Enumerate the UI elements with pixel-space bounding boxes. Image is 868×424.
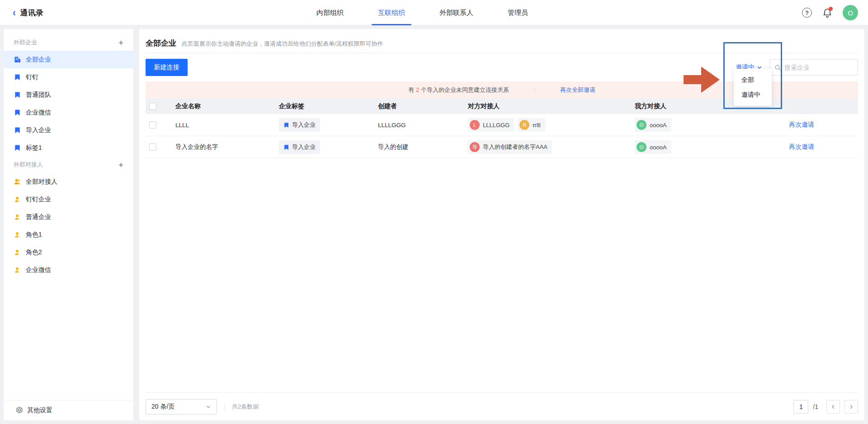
person-icon (14, 248, 21, 256)
help-icon[interactable]: ? (802, 8, 812, 18)
other-settings-button[interactable]: 其他设置 (4, 400, 133, 420)
company-tag-chip: 导入企业 (279, 118, 320, 132)
prev-page-button[interactable] (826, 400, 840, 414)
sidebar-item-label: 钉钉企业 (26, 195, 51, 204)
new-connection-button[interactable]: 新建连接 (146, 59, 188, 76)
reinvite-link[interactable]: 再次邀请 (789, 121, 814, 128)
contact-avatar: O (637, 120, 646, 130)
status-filter-menu: 全部 邀请中 (734, 69, 772, 106)
sidebar-item-label: 企业微信 (26, 266, 51, 274)
row-checkbox[interactable] (149, 143, 156, 151)
filter-option-inviting[interactable]: 邀请中 (734, 87, 772, 102)
bookmark-icon (283, 122, 289, 128)
company-name: 导入企业的名字 (175, 143, 279, 151)
bookmark-icon (283, 144, 289, 150)
chevron-down-icon (206, 404, 211, 410)
sidebar-item-dingtalk-company[interactable]: 钉钉企业 (4, 191, 133, 208)
contact-chip: 导 导入的创建者的名字AAA (468, 140, 552, 154)
sidebar-group-external-companies: 外部企业 + (4, 34, 133, 51)
select-all-checkbox[interactable] (149, 103, 156, 110)
pagination-divider (224, 403, 225, 410)
sidebar-group-external-contacts: 外部对接人 + (4, 157, 133, 173)
building-icon (14, 56, 21, 63)
company-tag-chip: 导入企业 (279, 140, 320, 154)
notification-dot (829, 7, 833, 11)
group-label: 外部企业 (14, 38, 37, 47)
reinvite-link[interactable]: 再次邀请 (789, 143, 814, 150)
table-row: LLLL 导入企业 LLLLGGG L LLLLGGG R rrlll (146, 114, 858, 136)
notice-count: 2 (416, 86, 419, 93)
tab-external-contacts[interactable]: 外部联系人 (439, 0, 473, 25)
contact-chip: O ooooA (635, 118, 671, 132)
contact-chip: R rrlll (518, 118, 545, 132)
notice-divider (534, 87, 535, 93)
add-contact-group-icon[interactable]: + (118, 161, 123, 169)
sidebar-item-label: 全部企业 (26, 56, 51, 64)
sidebar-item-normal-team[interactable]: 普通团队 (4, 86, 133, 104)
person-icon (14, 266, 21, 274)
back-button[interactable]: ‹ 通讯录 (13, 0, 43, 25)
sidebar-item-wecom-contacts[interactable]: 企业微信 (4, 261, 133, 279)
current-page-box[interactable]: 1 (793, 400, 808, 414)
page-size-select[interactable]: 20 条/页 (146, 399, 217, 414)
contact-avatar: O (637, 142, 646, 152)
person-icon (14, 213, 21, 221)
creator: 导入的创建 (378, 143, 468, 151)
next-page-button[interactable] (844, 400, 858, 414)
search-icon (774, 64, 781, 71)
person-icon (14, 231, 21, 238)
sidebar-item-label: 普通企业 (26, 213, 51, 221)
notification-bell-icon[interactable] (822, 7, 833, 18)
sidebar-item-label: 企业微信 (26, 109, 51, 117)
contact-chip: O ooooA (635, 140, 671, 154)
search-box (769, 59, 858, 76)
creator: LLLLGGG (378, 122, 468, 129)
main-title-row: 全部企业 此页面展示你主动邀请的企业，邀请成功后给他们分配表单/流程权限即可协作 (146, 29, 858, 53)
sidebar-item-tag1[interactable]: 标签1 (4, 139, 133, 157)
section-subtitle: 此页面展示你主动邀请的企业，邀请成功后给他们分配表单/流程权限即可协作 (182, 40, 383, 48)
add-company-group-icon[interactable]: + (118, 38, 123, 47)
reinvite-all-link[interactable]: 再次全部邀请 (560, 86, 595, 94)
contact-avatar: 导 (470, 142, 480, 152)
sidebar-item-label: 全部对接人 (26, 178, 57, 186)
sidebar-item-dingtalk[interactable]: 钉钉 (4, 68, 133, 86)
search-input[interactable] (784, 64, 852, 71)
user-avatar[interactable]: O (843, 5, 858, 20)
people-icon (14, 178, 21, 186)
app-root: ‹ 通讯录 内部组织 互联组织 外部联系人 管理员 ? O 外部企业 + (0, 0, 868, 424)
sidebar-item-all-companies[interactable]: 全部企业 (4, 51, 133, 68)
tab-admin[interactable]: 管理员 (508, 0, 528, 25)
person-icon (14, 195, 21, 203)
company-name: LLLL (175, 122, 279, 129)
col-creator: 创建者 (378, 102, 468, 110)
sidebar-item-normal-company[interactable]: 普通企业 (4, 208, 133, 226)
back-chevron-icon: ‹ (13, 8, 16, 18)
sidebar-item-label: 钉钉 (26, 73, 38, 81)
sidebar-item-all-contacts[interactable]: 全部对接人 (4, 173, 133, 191)
tab-connected-org[interactable]: 互联组织 (378, 0, 405, 25)
sidebar-item-label: 角色1 (26, 231, 42, 239)
sidebar-item-role1[interactable]: 角色1 (4, 226, 133, 243)
tab-internal-org[interactable]: 内部组织 (316, 0, 344, 25)
bookmark-icon (14, 126, 21, 134)
contact-avatar: L (470, 120, 480, 130)
sidebar-item-wecom[interactable]: 企业微信 (4, 104, 133, 121)
bookmark-icon (14, 73, 21, 81)
row-checkbox[interactable] (149, 121, 156, 129)
col-their-contact: 对方对接人 (468, 102, 635, 110)
settings-icon (16, 406, 23, 415)
sidebar-item-role2[interactable]: 角色2 (4, 243, 133, 261)
group-label: 外部对接人 (14, 161, 43, 169)
total-count-text: 共2条数据 (232, 403, 259, 411)
table-row: 导入企业的名字 导入企业 导入的创建 导 导入的创建者的名字AAA O oooo… (146, 136, 858, 158)
other-settings-label: 其他设置 (27, 406, 52, 414)
section-title: 全部企业 (146, 38, 176, 48)
pagination-bar: 20 条/页 共2条数据 1 /1 (146, 392, 858, 420)
bookmark-icon (14, 109, 21, 116)
sidebar-item-label: 标签1 (26, 144, 42, 152)
sidebar-item-imported-companies[interactable]: 导入企业 (4, 121, 133, 139)
filter-option-all[interactable]: 全部 (734, 72, 772, 87)
bookmark-icon (14, 144, 21, 152)
topbar-actions: ? O (802, 0, 858, 25)
col-company-tag: 企业标签 (279, 102, 378, 110)
